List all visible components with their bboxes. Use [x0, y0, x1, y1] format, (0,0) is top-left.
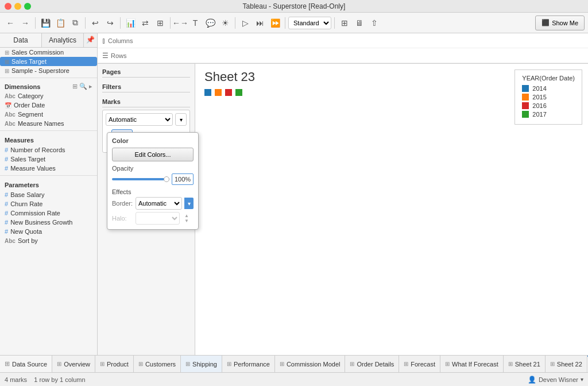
- toolbar-sep-3: [120, 17, 121, 29]
- sidebar-pin[interactable]: 📌: [84, 33, 97, 47]
- tab-product[interactable]: ⊞ Product: [95, 356, 134, 372]
- legend-color-2017: [522, 111, 529, 118]
- halo-select[interactable]: [136, 212, 180, 225]
- tab-forecast[interactable]: ⊞ Forecast: [399, 356, 440, 372]
- dim-order-date[interactable]: 📅 Order Date: [0, 101, 97, 110]
- sort-button[interactable]: ⊞: [153, 16, 167, 30]
- halo-stepper[interactable]: ▲ ▼: [184, 213, 194, 223]
- rows-shelf-content[interactable]: [137, 48, 583, 63]
- show-me-button[interactable]: ⬛ Show Me: [535, 16, 585, 30]
- user-info: 👤 Deven Wisner ▾: [528, 376, 583, 384]
- duplicate-button[interactable]: ⧉: [68, 16, 82, 30]
- analytics-tab[interactable]: Analytics: [42, 33, 84, 47]
- legend-color-2015: [522, 94, 529, 101]
- param-churn-rate[interactable]: # Churn Rate: [0, 199, 97, 209]
- hash-icon-measurevalues: #: [5, 165, 8, 172]
- dimensions-expand-icon[interactable]: ▸: [89, 83, 92, 90]
- standard-select[interactable]: Standard: [288, 17, 331, 29]
- datasource-superstore[interactable]: ⊞ Sample - Superstore: [0, 66, 97, 75]
- edit-colors-button[interactable]: Edit Colors...: [112, 148, 194, 161]
- swap-button[interactable]: ⇄: [138, 16, 152, 30]
- undo-button[interactable]: ↩: [88, 16, 102, 30]
- table-icon-1: ⊞: [5, 49, 9, 56]
- legend-color-2014: [522, 85, 529, 92]
- tab-performance[interactable]: ⊞ Performance: [222, 356, 275, 372]
- tab-commission-model[interactable]: ⊞ Commission Model: [275, 356, 346, 372]
- view-button[interactable]: ⊞: [338, 16, 351, 30]
- legend-item-2014: 2014: [522, 85, 575, 92]
- filters-title: Filters: [102, 83, 190, 92]
- close-button[interactable]: [5, 3, 11, 10]
- back-button[interactable]: ←: [3, 16, 17, 30]
- maximize-button[interactable]: [24, 3, 31, 10]
- rows-label: ☰ Rows: [102, 52, 137, 60]
- datasource-sales-commission[interactable]: ⊞ Sales Commission: [0, 48, 97, 57]
- window-controls: [5, 3, 31, 10]
- columns-shelf-content[interactable]: [137, 33, 583, 48]
- highlight-button[interactable]: ☀: [218, 16, 232, 30]
- param-base-salary[interactable]: # Base Salary: [0, 190, 97, 199]
- hash-icon-newbusinessgrowth: #: [5, 219, 8, 226]
- legend-item-2015: 2015: [522, 94, 575, 101]
- end-button[interactable]: ⏩: [268, 16, 282, 30]
- tab-sheet21[interactable]: ⊞ Sheet 21: [504, 356, 546, 372]
- measure-num-records[interactable]: # Number of Records: [0, 145, 97, 155]
- abc-icon-measurenames: Abc: [5, 121, 16, 127]
- tab-performance-label: Performance: [234, 361, 270, 368]
- minimize-button[interactable]: [14, 3, 21, 10]
- canvas-area: Sheet 23 YEAR(Order Date) 2014: [195, 64, 588, 355]
- data-tab[interactable]: Data: [0, 33, 42, 47]
- new-datasource-button[interactable]: 📋: [53, 16, 67, 30]
- replay-button[interactable]: ▷: [238, 16, 252, 30]
- device-button[interactable]: 🖥: [353, 16, 366, 30]
- fit-button[interactable]: ←→: [173, 16, 187, 30]
- dim-segment[interactable]: Abc Segment: [0, 110, 97, 119]
- opacity-input[interactable]: 100%: [172, 173, 194, 185]
- redo-button[interactable]: ↪: [103, 16, 117, 30]
- sheet22-icon: ⊞: [550, 361, 555, 367]
- tab-order-details[interactable]: ⊞ Order Details: [345, 356, 399, 372]
- performance-sheet-icon: ⊞: [227, 361, 231, 367]
- cal-icon-orderdate: 📅: [5, 102, 11, 109]
- datasource-sales-target[interactable]: ⊞ Sales Target: [0, 57, 97, 66]
- toolbar-sep-1: [35, 17, 36, 29]
- left-sidebar: Data Analytics 📌 ⊞ Sales Commission ⊞ Sa…: [0, 33, 98, 355]
- tab-customers[interactable]: ⊞ Customers: [134, 356, 181, 372]
- marks-type-select[interactable]: Automatic: [106, 113, 173, 126]
- columns-label: ⫿ Columns: [102, 37, 137, 45]
- tab-shipping[interactable]: ⊞ Shipping: [181, 356, 222, 372]
- param-new-business-growth[interactable]: # New Business Growth: [0, 218, 97, 227]
- label-button[interactable]: T: [188, 16, 202, 30]
- forward-button[interactable]: →: [18, 16, 32, 30]
- user-dropdown-icon[interactable]: ▾: [581, 376, 583, 383]
- sidebar-tabs: Data Analytics 📌: [0, 33, 97, 48]
- shelf-area: ⫿ Columns ☰ Rows: [98, 33, 588, 64]
- abc-icon-sortby: Abc: [5, 238, 16, 244]
- param-sort-by[interactable]: Abc Sort by: [0, 236, 97, 245]
- param-commission-rate[interactable]: # Commission Rate: [0, 209, 97, 218]
- tab-sheet22[interactable]: ⊞ Sheet 22: [546, 356, 587, 372]
- tab-what-if-forecast[interactable]: ⊞ What If Forecast: [440, 356, 504, 372]
- marks-dropdown-btn[interactable]: ▾: [175, 113, 187, 126]
- tab-data-source[interactable]: ⊞ Data Source: [0, 356, 52, 372]
- color-popup: Color Edit Colors... Opacity 100% Effect…: [107, 132, 199, 230]
- dimensions-search-icon[interactable]: 🔍: [79, 83, 87, 90]
- dim-category[interactable]: Abc Category: [0, 91, 97, 101]
- share-button[interactable]: ⇧: [368, 16, 381, 30]
- save-button[interactable]: 💾: [38, 16, 52, 30]
- dimensions-grid-icon[interactable]: ⊞: [72, 83, 78, 90]
- opacity-slider[interactable]: [112, 178, 169, 180]
- marks-title: Marks: [102, 98, 190, 107]
- marks-select-row: Automatic ▾: [106, 113, 187, 126]
- step-forward-button[interactable]: ⏭: [253, 16, 267, 30]
- measure-sales-target[interactable]: # Sales Target: [0, 155, 97, 164]
- tooltip-button[interactable]: 💬: [203, 16, 217, 30]
- tab-overview[interactable]: ⊞ Overview: [52, 356, 95, 372]
- toolbar-sep-6: [285, 17, 285, 29]
- dim-measure-names[interactable]: Abc Measure Names: [0, 119, 97, 128]
- border-select[interactable]: Automatic: [136, 197, 182, 210]
- param-new-quota[interactable]: # New Quota: [0, 227, 97, 236]
- measure-measure-values[interactable]: # Measure Values: [0, 164, 97, 173]
- rows-shelf-row: ☰ Rows: [98, 48, 588, 63]
- chart-type-button[interactable]: 📊: [123, 16, 137, 30]
